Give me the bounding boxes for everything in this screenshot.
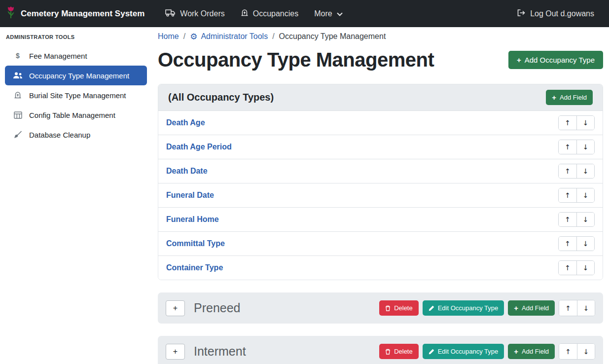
- page-title: Occupancy Type Management: [158, 49, 434, 71]
- nav-label: Occupancies: [253, 9, 299, 18]
- sidebar-item-label: Fee Management: [29, 52, 87, 60]
- delete-button[interactable]: Delete: [379, 344, 419, 359]
- sidebar-item-label: Burial Site Type Management: [29, 91, 126, 100]
- section-title: Interment: [194, 344, 246, 359]
- add-field-button[interactable]: + Add Field: [508, 300, 555, 316]
- move-down-button[interactable]: ↓: [576, 188, 594, 202]
- all-types-card-header: (All Occupancy Types) + Add Field: [158, 84, 603, 111]
- reorder-group: ↑ ↓: [559, 343, 595, 360]
- section-actions: Delete Edit Occupancy Type + Add Field ↑: [379, 300, 595, 316]
- expand-button[interactable]: +: [166, 300, 185, 316]
- plus-icon: +: [514, 348, 518, 355]
- reorder-group: ↑ ↓: [558, 260, 595, 275]
- field-link[interactable]: Death Date: [166, 167, 208, 176]
- move-up-button[interactable]: ↑: [559, 140, 576, 154]
- breadcrumb-home[interactable]: Home: [158, 32, 179, 41]
- breadcrumb-label: Administrator Tools: [201, 32, 268, 41]
- move-up-button[interactable]: ↑: [559, 188, 576, 202]
- move-down-button[interactable]: ↓: [576, 261, 594, 275]
- field-link[interactable]: Funeral Home: [166, 215, 219, 224]
- move-up-button[interactable]: ↑: [559, 261, 576, 275]
- reorder-group: ↑ ↓: [558, 236, 595, 251]
- field-row: Funeral Date ↑ ↓: [158, 183, 603, 208]
- move-down-button[interactable]: ↓: [576, 140, 594, 154]
- sidebar-item-database-cleanup[interactable]: Database Cleanup: [5, 125, 147, 145]
- field-row: Death Age Period ↑ ↓: [158, 135, 603, 159]
- sidebar-item-burial-site-type-management[interactable]: Burial Site Type Management: [5, 85, 147, 105]
- sidebar-heading: Administrator Tools: [0, 33, 152, 46]
- app-brand[interactable]: Cemetery Management System: [6, 6, 144, 21]
- sidebar-item-fee-management[interactable]: $ Fee Management: [5, 46, 147, 66]
- section-actions: Delete Edit Occupancy Type + Add Field ↑: [379, 343, 595, 360]
- button-label: Delete: [394, 304, 413, 312]
- trash-icon: [385, 349, 391, 355]
- delete-button[interactable]: Delete: [379, 300, 419, 316]
- move-up-button[interactable]: ↑: [559, 237, 576, 251]
- move-down-button[interactable]: ↓: [576, 116, 594, 130]
- users-icon: [13, 72, 23, 79]
- all-occupancy-types-card: (All Occupancy Types) + Add Field Death …: [158, 84, 603, 280]
- table-icon: [13, 111, 23, 119]
- field-row: Death Age ↑ ↓: [158, 111, 603, 135]
- reorder-group: ↑ ↓: [558, 188, 595, 203]
- move-down-button[interactable]: ↓: [577, 344, 595, 359]
- move-down-button[interactable]: ↓: [576, 164, 594, 178]
- tombstone-icon: [241, 9, 249, 19]
- field-link[interactable]: Committal Type: [166, 239, 225, 248]
- trash-icon: [385, 305, 391, 311]
- breadcrumb-separator: /: [183, 32, 185, 41]
- field-row: Container Type ↑ ↓: [158, 256, 603, 280]
- expand-button[interactable]: +: [166, 344, 185, 360]
- edit-occupancy-type-button[interactable]: Edit Occupancy Type: [423, 344, 504, 359]
- add-occupancy-type-button[interactable]: + Add Occupancy Type: [508, 51, 603, 69]
- dollar-icon: $: [13, 52, 23, 60]
- button-label: Delete: [394, 348, 413, 355]
- breadcrumb-admin-tools[interactable]: ⚙ Administrator Tools: [190, 32, 268, 41]
- edit-occupancy-type-button[interactable]: Edit Occupancy Type: [423, 300, 504, 316]
- move-down-button[interactable]: ↓: [576, 213, 594, 226]
- logout-label: Log Out d.gowans: [530, 9, 594, 18]
- logout-icon: [517, 9, 526, 19]
- nav-more[interactable]: More: [306, 0, 350, 27]
- move-down-button[interactable]: ↓: [577, 300, 595, 316]
- nav-occupancies[interactable]: Occupancies: [233, 0, 307, 27]
- add-field-button[interactable]: + Add Field: [546, 90, 593, 105]
- sidebar-item-config-table-management[interactable]: Config Table Management: [5, 105, 147, 125]
- top-navbar: Cemetery Management System Work Orders O…: [0, 0, 609, 27]
- occupancy-type-section-interment: + Interment Delete: [158, 336, 603, 364]
- sidebar-item-occupancy-type-management[interactable]: Occupancy Type Management: [5, 66, 147, 85]
- button-label: Edit Occupancy Type: [438, 304, 499, 312]
- pencil-icon: [429, 305, 434, 311]
- nav-work-orders[interactable]: Work Orders: [157, 0, 232, 27]
- move-down-button[interactable]: ↓: [576, 237, 594, 251]
- field-row: Death Date ↑ ↓: [158, 159, 603, 183]
- broom-icon: [13, 131, 23, 139]
- move-up-button[interactable]: ↑: [559, 344, 577, 359]
- field-link[interactable]: Funeral Date: [166, 191, 214, 200]
- chevron-down-icon: [337, 9, 343, 18]
- reorder-group: ↑ ↓: [558, 140, 595, 154]
- gear-icon: ⚙: [190, 33, 197, 41]
- app-title: Cemetery Management System: [21, 9, 144, 19]
- sidebar-item-label: Config Table Management: [29, 111, 115, 119]
- field-link[interactable]: Death Age: [166, 118, 205, 127]
- button-label: Edit Occupancy Type: [438, 348, 499, 355]
- pencil-icon: [429, 349, 434, 355]
- breadcrumb: Home / ⚙ Administrator Tools / Occupancy…: [158, 32, 603, 41]
- admin-tools-sidebar: Administrator Tools $ Fee Management Occ…: [0, 27, 152, 364]
- move-up-button[interactable]: ↑: [559, 213, 576, 226]
- reorder-group: ↑ ↓: [559, 300, 595, 316]
- field-row: Funeral Home ↑ ↓: [158, 208, 603, 232]
- logout-link[interactable]: Log Out d.gowans: [509, 0, 602, 27]
- plus-icon: +: [552, 94, 556, 101]
- reorder-group: ↑ ↓: [558, 115, 595, 130]
- button-label: Add Occupancy Type: [525, 56, 595, 64]
- field-link[interactable]: Death Age Period: [166, 143, 232, 151]
- move-up-button[interactable]: ↑: [559, 300, 577, 316]
- tulip-logo-icon: [6, 6, 16, 21]
- move-up-button[interactable]: ↑: [559, 164, 576, 178]
- reorder-group: ↑ ↓: [558, 164, 595, 179]
- move-up-button[interactable]: ↑: [559, 116, 576, 130]
- add-field-button[interactable]: + Add Field: [508, 344, 555, 359]
- field-link[interactable]: Container Type: [166, 263, 223, 272]
